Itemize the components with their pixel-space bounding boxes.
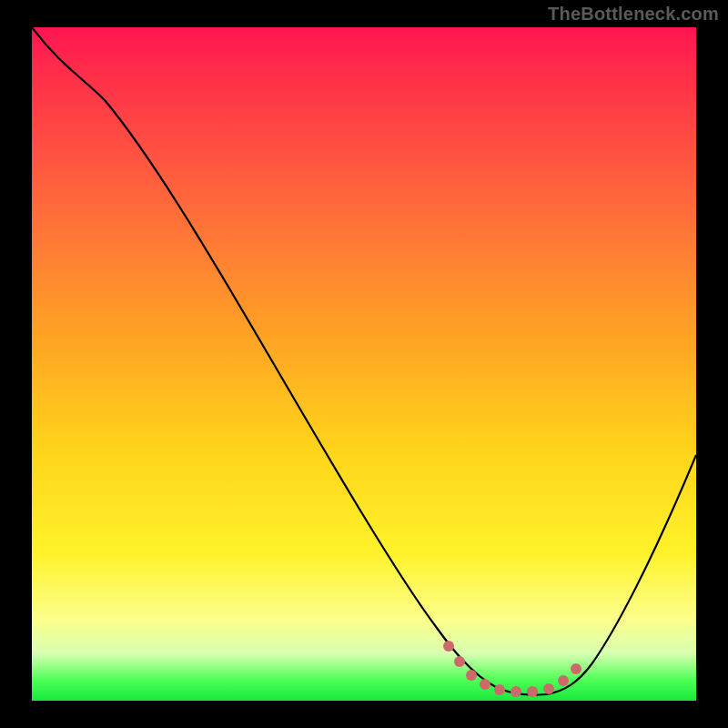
svg-point-4 [494,684,505,695]
svg-point-5 [511,686,521,697]
svg-point-2 [466,670,477,681]
plot-area [32,27,696,701]
optimal-range-markers [443,641,581,697]
svg-point-0 [443,641,454,652]
svg-point-6 [527,686,538,697]
svg-point-9 [571,663,581,674]
svg-point-8 [558,675,569,686]
svg-point-1 [454,656,465,667]
svg-point-3 [480,679,490,690]
chart-frame: TheBottleneck.com [0,0,728,728]
chart-svg [32,27,696,701]
svg-point-7 [543,683,554,694]
bottleneck-curve [32,27,696,695]
watermark-text: TheBottleneck.com [548,4,719,25]
